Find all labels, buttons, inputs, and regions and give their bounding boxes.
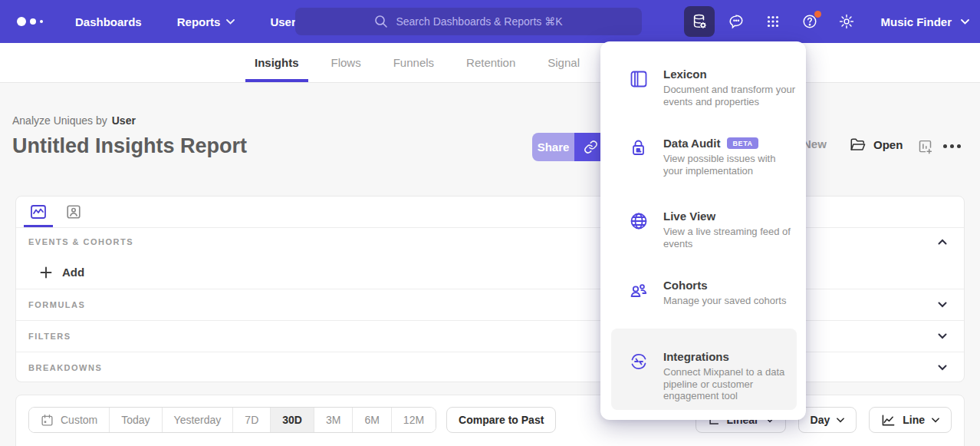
menu-item-description: Document and transform your events and p… [663, 84, 795, 107]
chart-toolbar-panel: Custom Today Yesterday 7D 30D 3M 6M 12M … [15, 395, 965, 446]
open-report-button[interactable]: Open [850, 137, 903, 152]
tab-flows[interactable]: Flows [331, 43, 361, 82]
range-30d[interactable]: 30D [271, 408, 314, 432]
chevron-down-icon [837, 418, 844, 423]
help-button[interactable] [794, 6, 825, 37]
mixpanel-insights-screen: Dashboards Reports Users Search Dashboar… [0, 0, 980, 446]
chevron-down-icon [932, 418, 939, 423]
data-management-button[interactable] [684, 6, 715, 37]
chevron-down-icon [961, 19, 969, 25]
filters-section-header[interactable]: FILTERS [16, 320, 964, 352]
chevron-down-icon[interactable] [938, 333, 947, 339]
events-section-header[interactable]: EVENTS & COHORTS [16, 228, 964, 256]
navbar-right-cluster: Music Finder [684, 0, 969, 43]
data-management-menu: Lexicon Document and transform your even… [600, 41, 806, 420]
menu-item-title: Data Audit BETA [663, 137, 795, 150]
filters-section-label: FILTERS [28, 332, 71, 341]
top-navbar: Dashboards Reports Users Search Dashboar… [0, 0, 980, 43]
tab-retention[interactable]: Retention [466, 43, 515, 82]
range-12m[interactable]: 12M [392, 408, 436, 432]
menu-item-title: Live View [663, 210, 795, 223]
search-icon [374, 15, 388, 28]
range-yesterday[interactable]: Yesterday [163, 408, 234, 432]
share-label: Share [538, 140, 570, 154]
menu-item-description: Manage your saved cohorts [663, 295, 786, 307]
chevron-down-icon [226, 19, 235, 25]
range-7d[interactable]: 7D [233, 408, 271, 432]
chevron-up-icon[interactable] [938, 239, 947, 245]
breakdowns-section-label: BREAKDOWNS [28, 363, 102, 372]
search-input[interactable]: Search Dashboards & Reports ⌘K [295, 8, 642, 35]
help-notification-dot [814, 11, 821, 18]
mixpanel-logo-icon[interactable] [17, 17, 43, 26]
range-today[interactable]: Today [110, 408, 162, 432]
builder-view-tabs [16, 197, 964, 228]
share-split-button: Share [532, 133, 607, 161]
breakdowns-section-header[interactable]: BREAKDOWNS [16, 352, 964, 383]
tab-funnels[interactable]: Funnels [393, 43, 434, 82]
share-button[interactable]: Share [532, 133, 574, 161]
range-yesterday-label: Yesterday [174, 414, 222, 426]
formulas-section-label: FORMULAS [28, 300, 85, 309]
interval-dropdown[interactable]: Day [798, 407, 857, 433]
live-view-globe-icon [629, 210, 649, 249]
menu-item-title: Integrations [663, 350, 797, 363]
primary-nav: Dashboards Reports Users [75, 15, 302, 28]
events-add-row: Add [16, 256, 964, 289]
range-custom[interactable]: Custom [29, 408, 110, 432]
more-options-button[interactable] [943, 144, 961, 148]
events-section-label: EVENTS & COHORTS [28, 237, 133, 246]
date-range-group: Custom Today Yesterday 7D 30D 3M 6M 12M [28, 407, 436, 433]
range-today-label: Today [121, 414, 150, 426]
tab-funnels-label: Funnels [393, 56, 434, 69]
settings-gear-icon [838, 13, 855, 30]
menu-item-integrations[interactable]: Integrations Connect Mixpanel to a data … [611, 350, 797, 402]
metrics-view-tab[interactable] [25, 197, 51, 227]
apps-grid-button[interactable] [758, 6, 788, 37]
menu-item-description: Connect Mixpanel to a data pipeline or c… [663, 366, 797, 402]
folder-icon [850, 137, 866, 152]
live-view-title: Live View [663, 210, 715, 223]
range-3m[interactable]: 3M [314, 408, 353, 432]
data-management-icon [691, 13, 708, 30]
tab-signal[interactable]: Signal [548, 43, 580, 82]
line-chart-icon [881, 414, 896, 427]
add-to-dashboard-button[interactable] [917, 139, 933, 155]
lexicon-title: Lexicon [663, 68, 707, 81]
interval-label: Day [811, 414, 830, 426]
insights-chart-icon [29, 203, 48, 221]
formulas-section-header[interactable]: FORMULAS [16, 289, 964, 320]
menu-item-description: View a live streaming feed of events [663, 226, 795, 249]
feedback-chat-icon [728, 13, 745, 30]
nav-reports[interactable]: Reports [177, 15, 235, 28]
chevron-down-icon[interactable] [938, 365, 947, 371]
menu-item-live-view[interactable]: Live View View a live streaming feed of … [611, 210, 795, 249]
range-30d-label: 30D [282, 414, 302, 426]
page-title[interactable]: Untitled Insights Report [12, 134, 247, 158]
profile-icon [65, 203, 82, 220]
compare-to-past-label: Compare to Past [459, 414, 544, 426]
chevron-down-icon[interactable] [938, 302, 947, 308]
compare-to-past-button[interactable]: Compare to Past [446, 407, 556, 433]
settings-button[interactable] [831, 6, 862, 37]
menu-item-data-audit[interactable]: Data Audit BETA View possible issues wit… [611, 137, 795, 177]
add-to-board-icon [917, 139, 933, 155]
nav-dashboards[interactable]: Dashboards [75, 15, 142, 28]
range-3m-label: 3M [326, 414, 340, 426]
menu-item-lexicon[interactable]: Lexicon Document and transform your even… [611, 68, 795, 107]
beta-badge: BETA [727, 137, 758, 149]
chart-type-dropdown[interactable]: Line [869, 407, 952, 433]
feedback-button[interactable] [721, 6, 751, 37]
profiles-view-tab[interactable] [61, 197, 87, 227]
integrations-icon [629, 350, 649, 402]
range-6m-label: 6M [364, 414, 379, 426]
add-event-button[interactable]: Add [40, 266, 84, 279]
range-6m[interactable]: 6M [353, 408, 391, 432]
breadcrumb-value[interactable]: User [112, 114, 136, 127]
add-event-label: Add [62, 266, 84, 279]
menu-item-title: Lexicon [663, 68, 795, 81]
tab-insights[interactable]: Insights [255, 43, 299, 82]
new-label: New [803, 137, 827, 150]
project-switcher[interactable]: Music Finder [880, 15, 969, 28]
menu-item-cohorts[interactable]: Cohorts Manage your saved cohorts [611, 279, 795, 307]
